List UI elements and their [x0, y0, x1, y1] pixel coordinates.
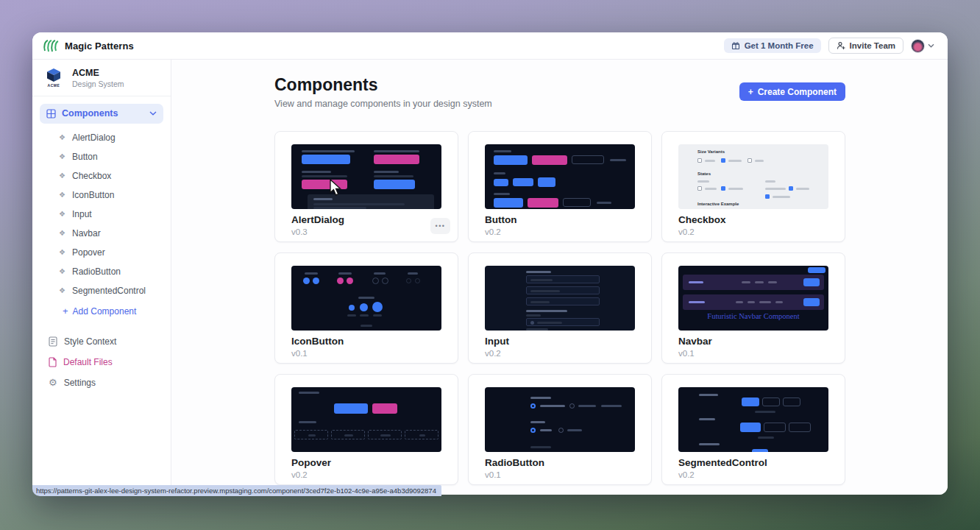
card-version: v0.1 [485, 470, 501, 479]
component-icon: ❖ [59, 287, 65, 294]
sidebar-footer-links: Style Context Default Files ⚙ Settings [32, 331, 171, 393]
card-title: AlertDialog [291, 214, 344, 225]
sidebar: ACME ACME Design System Components ❖Aler… [32, 60, 171, 495]
acme-logo-label: ACME [47, 83, 60, 88]
sidebar-item-navbar[interactable]: ❖Navbar [32, 224, 171, 243]
components-grid: AlertDialog v0.3 ••• [274, 131, 845, 485]
card-version: v0.1 [678, 349, 695, 358]
component-card-segmentedcontrol[interactable]: SegmentedControl v0.2 [661, 374, 845, 485]
avatar [911, 39, 925, 53]
sidebar-item-button[interactable]: ❖Button [32, 147, 171, 166]
brand[interactable]: Magic Patterns [32, 39, 163, 52]
sidebar-item-label: Button [72, 152, 98, 162]
component-card-iconbutton[interactable]: IconButton v0.1 [274, 252, 458, 364]
component-icon: ❖ [59, 153, 65, 160]
account-menu[interactable] [911, 39, 934, 53]
org-info: ACME Design System [72, 68, 124, 88]
page-subtitle: View and manage components in your desig… [274, 99, 492, 109]
card-version: v0.2 [485, 227, 501, 236]
chevron-down-icon [149, 111, 157, 116]
component-icon: ❖ [59, 211, 65, 218]
page-title: Components [274, 75, 378, 95]
component-card-radiobutton[interactable]: RadioButton v0.1 [468, 374, 652, 485]
radiobutton-thumbnail [485, 387, 635, 452]
person-plus-icon [837, 41, 845, 50]
style-context-label: Style Context [64, 336, 116, 347]
sidebar-item-label: SegmentedControl [72, 286, 146, 296]
input-thumbnail [485, 266, 635, 331]
ellipsis-icon: ••• [436, 222, 446, 230]
card-more-button[interactable]: ••• [430, 218, 450, 234]
promo-button[interactable]: Get 1 Month Free [724, 38, 821, 53]
alertdialog-thumbnail [291, 144, 441, 209]
sidebar-item-default-files[interactable]: Default Files [32, 352, 171, 372]
sidebar-item-input[interactable]: ❖Input [32, 205, 171, 224]
org-switcher[interactable]: ACME ACME Design System [32, 60, 171, 96]
create-component-button[interactable]: + Create Component [739, 82, 845, 101]
acme-logo: ACME [43, 68, 65, 88]
navbar-thumb-text: Futuristic Navbar Component [678, 312, 828, 320]
component-card-checkbox[interactable]: Size Variants States Interactive Example [661, 131, 845, 242]
status-url-bar: https://patterns-git-alex-lee-design-sys… [32, 485, 441, 496]
popover-thumbnail [291, 387, 441, 452]
card-title: SegmentedControl [678, 457, 767, 468]
sidebar-item-label: Popover [72, 247, 105, 258]
gift-icon [731, 41, 740, 50]
component-card-alertdialog[interactable]: AlertDialog v0.3 ••• [274, 131, 458, 242]
component-card-input[interactable]: Input v0.2 [468, 252, 652, 364]
card-version: v0.2 [485, 349, 501, 358]
plus-icon: + [748, 87, 753, 97]
sidebar-item-components[interactable]: Components [40, 104, 163, 124]
grid-icon [46, 109, 56, 119]
card-title: Checkbox [678, 214, 726, 225]
sidebar-item-settings[interactable]: ⚙ Settings [32, 372, 171, 393]
navbar-thumbnail: Futuristic Navbar Component [678, 266, 828, 331]
component-card-navbar[interactable]: Futuristic Navbar Component Navbar v0.1 [661, 252, 845, 364]
app-window: Magic Patterns Get 1 Month Free [32, 32, 948, 495]
card-title: IconButton [291, 336, 344, 347]
magic-patterns-logo-icon [43, 39, 59, 52]
card-title: Navbar [678, 336, 712, 347]
button-thumbnail [485, 144, 635, 209]
settings-label: Settings [64, 378, 96, 388]
invite-team-button[interactable]: Invite Team [828, 38, 903, 54]
sidebar-components-label: Components [62, 108, 118, 119]
checkbox-thumbnail: Size Variants States Interactive Example [678, 144, 828, 209]
chevron-down-icon [928, 43, 934, 48]
sidebar-item-label: IconButton [72, 190, 114, 200]
sidebar-item-popover[interactable]: ❖Popover [32, 243, 171, 262]
add-component-button[interactable]: +Add Component [32, 302, 171, 321]
sidebar-item-iconbutton[interactable]: ❖IconButton [32, 186, 171, 205]
card-version: v0.2 [678, 227, 695, 236]
component-card-popover[interactable]: Popover v0.2 [274, 374, 458, 485]
sidebar-item-segmentedcontrol[interactable]: ❖SegmentedControl [32, 281, 171, 300]
default-files-label: Default Files [63, 357, 113, 367]
card-version: v0.2 [678, 470, 695, 479]
sidebar-item-radiobutton[interactable]: ❖RadioButton [32, 262, 171, 281]
card-title: Button [485, 214, 516, 225]
mouse-cursor [330, 179, 343, 197]
sidebar-item-checkbox[interactable]: ❖Checkbox [32, 166, 171, 186]
sidebar-item-style-context[interactable]: Style Context [32, 331, 171, 352]
card-title: RadioButton [485, 457, 544, 468]
sidebar-item-label: Checkbox [72, 171, 111, 181]
sidebar-item-label: RadioButton [72, 266, 121, 277]
main-area: Components View and manage components in… [171, 60, 948, 495]
add-component-label: Add Component [73, 306, 137, 317]
card-version: v0.1 [291, 349, 308, 358]
gear-icon: ⚙ [49, 378, 57, 387]
component-icon: ❖ [59, 249, 65, 256]
brand-name: Magic Patterns [65, 40, 134, 52]
card-title: Popover [291, 457, 331, 468]
promo-label: Get 1 Month Free [745, 41, 814, 50]
component-icon: ❖ [59, 230, 65, 237]
document-icon [49, 336, 57, 347]
component-list: ❖AlertDialog ❖Button ❖Checkbox ❖IconButt… [32, 125, 171, 321]
sidebar-item-alertdialog[interactable]: ❖AlertDialog [32, 128, 171, 147]
card-version: v0.3 [291, 227, 308, 236]
topbar-actions: Get 1 Month Free Invite Team [724, 38, 948, 54]
org-subtitle: Design System [72, 80, 124, 88]
component-icon: ❖ [59, 134, 65, 141]
component-card-button[interactable]: Button v0.2 [468, 131, 652, 242]
component-icon: ❖ [59, 172, 65, 180]
